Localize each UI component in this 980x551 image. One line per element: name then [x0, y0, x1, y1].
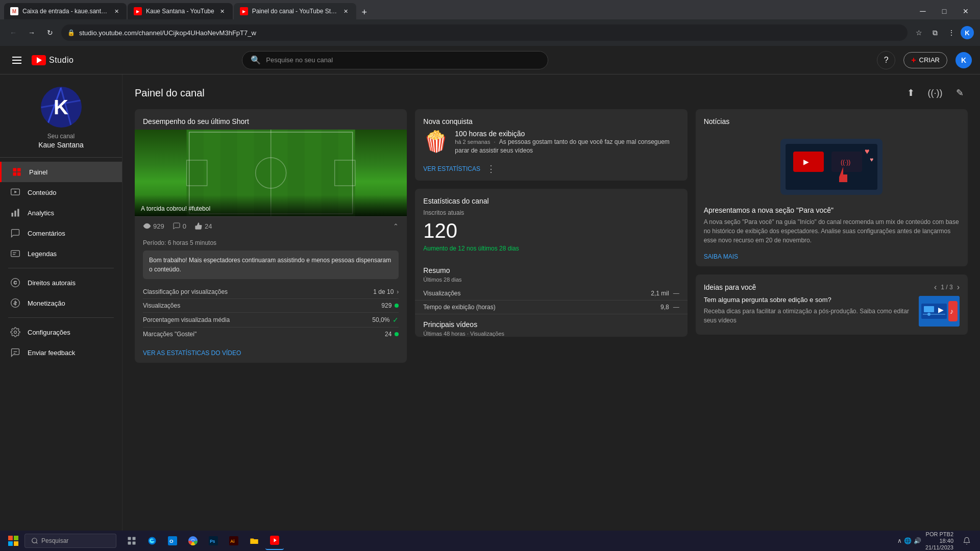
tray-arrow[interactable]: ∧	[897, 537, 902, 544]
sidebar-item-configuracoes[interactable]: Configurações	[0, 322, 122, 342]
close-tab-youtube[interactable]: ✕	[218, 7, 227, 15]
new-tab-button[interactable]: +	[357, 5, 372, 19]
close-tab-studio[interactable]: ✕	[342, 7, 350, 15]
tab-youtube[interactable]: ▶ Kaue Santana - YouTube ✕	[128, 3, 233, 19]
taskbar-search[interactable]: Pesquisar	[24, 534, 116, 548]
view-statistics-link[interactable]: VER ESTATÍSTICAS	[423, 165, 480, 172]
sidebar-item-conteudo[interactable]: Conteúdo	[0, 182, 122, 203]
news-learn-more-link[interactable]: SAIBA MAIS	[696, 251, 968, 266]
plus-icon: +	[911, 56, 916, 65]
page-header: Painel do canal ⬆ ((·)) ✎	[122, 74, 980, 109]
channel-avatar[interactable]: K	[41, 87, 82, 128]
tray-network[interactable]: 🌐	[904, 537, 912, 544]
browser-actions: ☆ ⧉ ⋮ K	[912, 26, 974, 40]
stat-row-avg: Porcentagem visualizada média 50,0% ✓	[143, 313, 399, 328]
tray-sound[interactable]: 🔊	[914, 537, 921, 544]
tab-gmail[interactable]: M Caixa de entrada - kaue.santna... ✕	[4, 3, 127, 19]
tab-title-gmail: Caixa de entrada - kaue.santna...	[22, 8, 108, 15]
right-column: Notícias	[696, 109, 968, 363]
taskbar-outlook[interactable]: O	[163, 532, 182, 550]
browser-profile-button[interactable]: K	[961, 26, 974, 39]
likes-badge	[395, 332, 399, 336]
help-button[interactable]: ?	[877, 51, 895, 69]
hamburger-menu[interactable]	[8, 53, 26, 68]
sidebar-item-analytics[interactable]: Analytics	[0, 203, 122, 223]
close-window-button[interactable]: ✕	[955, 3, 976, 19]
youtube-icon	[32, 55, 46, 65]
subscribers-label: Inscritos atuais	[423, 209, 679, 216]
sidebar-item-painel[interactable]: Painel	[0, 162, 122, 182]
short-views-count: 929	[153, 222, 164, 230]
close-tab-gmail[interactable]: ✕	[112, 7, 120, 15]
taskbar-task-view[interactable]	[122, 532, 141, 550]
minimize-button[interactable]: ─	[913, 3, 933, 19]
view-video-stats-link[interactable]: VER AS ESTATÍSTICAS DO VÍDEO	[143, 349, 241, 357]
dash-icon-watchtime: —	[673, 304, 679, 311]
back-button[interactable]: ←	[6, 26, 20, 40]
expand-button[interactable]: ⌃	[393, 222, 399, 230]
sidebar-item-monetizacao[interactable]: Monetização	[0, 293, 122, 313]
time-display: 18:40	[939, 538, 953, 544]
nav-divider-1	[8, 268, 114, 268]
achievement-more-button[interactable]: ⋮	[486, 163, 496, 174]
app-header: Studio 🔍 Pesquise no seu canal ? + CRIAR…	[0, 46, 980, 74]
ideas-title: Ideias para você	[704, 283, 756, 291]
short-thumbnail: A torcida cobrou! #futebol	[135, 130, 407, 216]
short-card-header: Desempenho do seu último Short	[135, 109, 407, 130]
windows-logo	[8, 536, 18, 546]
svg-point-15	[14, 331, 17, 334]
short-likes-stat: 24	[194, 222, 212, 230]
ideas-prev-button[interactable]: ‹	[934, 283, 937, 292]
locale-display: POR PTB2	[926, 531, 953, 537]
profile-settings[interactable]: ⋮	[944, 26, 959, 40]
achievement-row: 🍿 100 horas de exibição há 2 semanas · A…	[415, 130, 687, 163]
stat-value-likes: 24	[385, 331, 399, 338]
sidebar-item-comentarios[interactable]: Comentários	[0, 223, 122, 243]
tab-studio[interactable]: ▶ Painel do canal - YouTube Studi... ✕	[234, 3, 356, 19]
sidebar-item-legendas[interactable]: Legendas	[0, 243, 122, 264]
taskbar-explorer[interactable]	[245, 532, 263, 550]
svg-text:♥: ♥	[870, 156, 873, 163]
address-bar[interactable]: 🔒 studio.youtube.com/channel/UCijkop4UHa…	[61, 24, 908, 41]
taskbar-ps[interactable]: Ps	[204, 532, 223, 550]
upload-button[interactable]: ⬆	[902, 85, 919, 101]
maximize-button[interactable]: □	[934, 3, 954, 19]
svg-rect-8	[17, 209, 19, 217]
sidebar-item-feedback[interactable]: Enviar feedback	[0, 342, 122, 363]
taskbar-yt-active[interactable]	[265, 532, 284, 550]
svg-rect-46	[8, 536, 13, 540]
reload-button[interactable]: ↻	[43, 26, 57, 40]
svg-text:▶: ▶	[803, 158, 809, 166]
svg-rect-3	[17, 172, 21, 176]
edit-button[interactable]: ✎	[951, 85, 968, 101]
svg-rect-51	[128, 537, 131, 540]
views-badge	[395, 304, 399, 308]
feedback-icon	[10, 347, 20, 358]
dash-icon-views: —	[673, 290, 679, 297]
channel-name: Kaue Santana	[38, 141, 84, 149]
user-avatar-button[interactable]: K	[955, 52, 972, 68]
summary-label-views: Visualizações	[423, 290, 460, 297]
conteudo-icon	[10, 187, 20, 197]
svg-point-29	[146, 225, 148, 227]
yt-studio-logo[interactable]: Studio	[32, 55, 74, 65]
live-button[interactable]: ((·))	[927, 85, 943, 101]
extension-button[interactable]: ⧉	[928, 26, 942, 40]
bookmark-button[interactable]: ☆	[912, 26, 926, 40]
start-button[interactable]	[4, 532, 22, 550]
tab-title-youtube: Kaue Santana - YouTube	[146, 8, 214, 15]
channel-search-input[interactable]: 🔍 Pesquise no seu canal	[242, 51, 548, 69]
create-button[interactable]: + CRIAR	[903, 52, 947, 68]
edge-icon	[148, 536, 157, 545]
achievement-header: Nova conquista	[415, 109, 687, 130]
taskbar-chrome[interactable]	[184, 532, 202, 550]
subscribers-section: Inscritos atuais 120 Aumento de 12 nos ú…	[415, 209, 687, 260]
notification-button[interactable]	[958, 532, 976, 550]
ideas-next-button[interactable]: ›	[957, 283, 960, 292]
news-title: Apresentamos a nova seção "Para você"	[704, 206, 960, 214]
taskbar-edge[interactable]	[143, 532, 161, 550]
short-stats-list: Classificação por visualizações 1 de 10 …	[135, 285, 407, 345]
taskbar-ai[interactable]: Ai	[225, 532, 243, 550]
forward-button[interactable]: →	[24, 26, 39, 40]
sidebar-item-direitos[interactable]: C Direitos autorais	[0, 272, 122, 293]
